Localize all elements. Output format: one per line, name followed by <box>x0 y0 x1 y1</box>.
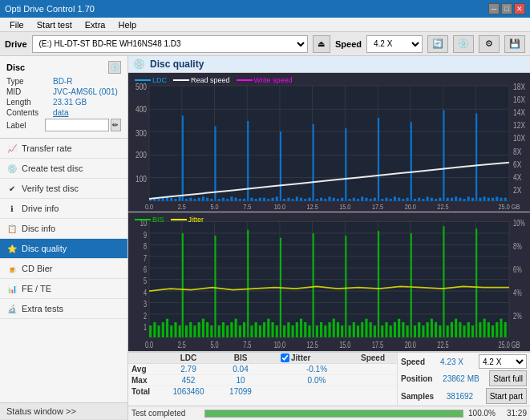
sidebar-item-label-extra-tests: Extra tests <box>22 304 63 313</box>
svg-rect-108 <box>411 122 412 200</box>
samples-value: 381692 <box>447 392 473 401</box>
position-row: Position 23862 MB Start full <box>401 370 527 386</box>
svg-rect-186 <box>166 319 168 337</box>
svg-rect-67 <box>243 199 245 201</box>
svg-rect-90 <box>337 199 339 201</box>
status-window-button[interactable]: Status window >> <box>0 403 127 420</box>
svg-rect-202 <box>230 322 233 337</box>
sidebar-item-drive-info[interactable]: ℹ Drive info <box>0 199 127 219</box>
svg-rect-95 <box>357 199 359 201</box>
close-button[interactable]: ✕ <box>514 3 525 14</box>
svg-rect-239 <box>381 325 383 337</box>
svg-rect-260 <box>467 322 470 337</box>
sidebar-item-disc-quality[interactable]: ⭐ Disc quality <box>0 239 127 259</box>
svg-rect-128 <box>492 198 494 201</box>
disc-icon-small[interactable]: 💿 <box>108 61 121 74</box>
svg-rect-111 <box>422 199 424 201</box>
sidebar-item-disc-info[interactable]: 📋 Disc info <box>0 219 127 239</box>
start-full-button[interactable]: Start full <box>489 370 527 386</box>
position-label: Position <box>401 374 432 383</box>
svg-rect-122 <box>467 196 470 200</box>
legend-ldc-label: LDC <box>152 76 167 84</box>
svg-rect-219 <box>300 319 302 337</box>
sidebar-item-verify-test-disc[interactable]: ✔ Verify test disc <box>0 179 127 199</box>
stats-header-ldc: LDC <box>160 353 216 362</box>
svg-text:400: 400 <box>136 104 147 114</box>
stats-total-ldc: 1063460 <box>160 387 216 396</box>
menu-start-test[interactable]: Start test <box>30 18 79 31</box>
svg-rect-80 <box>296 196 298 200</box>
svg-rect-119 <box>455 196 457 200</box>
svg-rect-267 <box>496 322 498 337</box>
svg-rect-49 <box>170 198 172 201</box>
svg-rect-183 <box>153 322 156 337</box>
svg-rect-114 <box>435 199 437 201</box>
menu-extra[interactable]: Extra <box>79 18 112 31</box>
start-part-button[interactable]: Start part <box>486 388 527 404</box>
svg-text:12.5: 12.5 <box>307 341 318 349</box>
sidebar-item-fe-te[interactable]: 📊 FE / TE <box>0 279 127 299</box>
svg-rect-210 <box>263 322 265 337</box>
svg-rect-115 <box>439 198 441 201</box>
content-header-title: Disc quality <box>150 59 204 70</box>
svg-rect-109 <box>414 199 416 201</box>
samples-row: Samples 381692 Start part <box>401 388 527 404</box>
svg-rect-61 <box>218 199 220 201</box>
disc-contents-value[interactable]: data <box>53 108 68 117</box>
svg-rect-99 <box>374 198 376 201</box>
stats-panel: LDC BIS Jitter Speed Avg 2.79 <box>128 352 530 406</box>
svg-rect-59 <box>210 199 212 201</box>
svg-rect-82 <box>304 199 306 201</box>
transfer-rate-icon: 📈 <box>6 143 18 154</box>
jitter-checkbox[interactable] <box>281 353 289 362</box>
disc-icon-button[interactable]: 💿 <box>453 35 474 53</box>
charts-area: LDC Read speed Write speed <box>128 73 530 352</box>
maximize-button[interactable]: □ <box>501 3 512 14</box>
sidebar-item-extra-tests[interactable]: 🔬 Extra tests <box>0 299 127 319</box>
svg-rect-223 <box>316 325 318 337</box>
disc-length-label: Length <box>6 98 53 107</box>
stats-main-row: LDC BIS Jitter Speed Avg 2.79 <box>128 353 530 406</box>
svg-rect-70 <box>255 199 257 201</box>
svg-rect-227 <box>333 319 335 337</box>
svg-rect-126 <box>483 196 486 200</box>
svg-rect-60 <box>215 127 216 201</box>
settings-button[interactable]: ⚙ <box>479 35 500 53</box>
svg-text:8%: 8% <box>513 242 522 251</box>
svg-rect-200 <box>222 322 225 337</box>
svg-rect-220 <box>304 322 306 337</box>
sidebar-item-cd-bier[interactable]: 🍺 CD Bier <box>0 259 127 279</box>
svg-rect-250 <box>427 322 429 337</box>
svg-rect-77 <box>283 199 285 201</box>
eject-button[interactable]: ⏏ <box>313 35 330 53</box>
svg-rect-224 <box>320 322 322 337</box>
menu-help[interactable]: Help <box>111 18 143 31</box>
svg-rect-110 <box>418 198 420 201</box>
save-button[interactable]: 💾 <box>504 35 525 53</box>
legend-bis: BIS <box>135 216 164 224</box>
svg-text:2: 2 <box>144 311 147 320</box>
disc-label-edit-button[interactable]: ✏ <box>111 119 121 131</box>
svg-rect-89 <box>333 198 335 201</box>
minimize-button[interactable]: ─ <box>488 3 500 14</box>
drive-select[interactable]: (E:) HL-DT-ST BD-RE WH16NS48 1.D3 <box>32 35 308 53</box>
svg-rect-191 <box>185 325 188 337</box>
svg-rect-259 <box>463 325 466 337</box>
speed-select[interactable]: 4.2 X <box>366 35 423 53</box>
sidebar: Disc 💿 Type BD-R MID JVC-AMS6L (001) Len… <box>0 56 128 420</box>
stats-right-area: Speed 4.23 X 4.2 X Position 23862 MB Sta… <box>398 353 530 406</box>
refresh-button[interactable]: 🔄 <box>427 35 448 53</box>
sidebar-item-transfer-rate[interactable]: 📈 Transfer rate <box>0 139 127 159</box>
chart1-svg: 500 400 300 200 100 18X 16X 14X 12X 10X … <box>128 73 530 212</box>
svg-rect-86 <box>320 198 322 201</box>
disc-panel-title: Disc <box>6 63 25 72</box>
menu-file[interactable]: File <box>3 18 30 31</box>
speed-label: Speed <box>401 357 425 366</box>
disc-label-input[interactable] <box>45 119 109 131</box>
svg-rect-265 <box>488 322 490 337</box>
sidebar-item-create-test-disc[interactable]: 💿 Create test disc <box>0 159 127 179</box>
svg-text:16X: 16X <box>513 95 525 104</box>
speed-select-stats[interactable]: 4.2 X <box>479 354 527 369</box>
progress-bar-outer <box>204 410 463 418</box>
svg-rect-246 <box>411 233 412 337</box>
